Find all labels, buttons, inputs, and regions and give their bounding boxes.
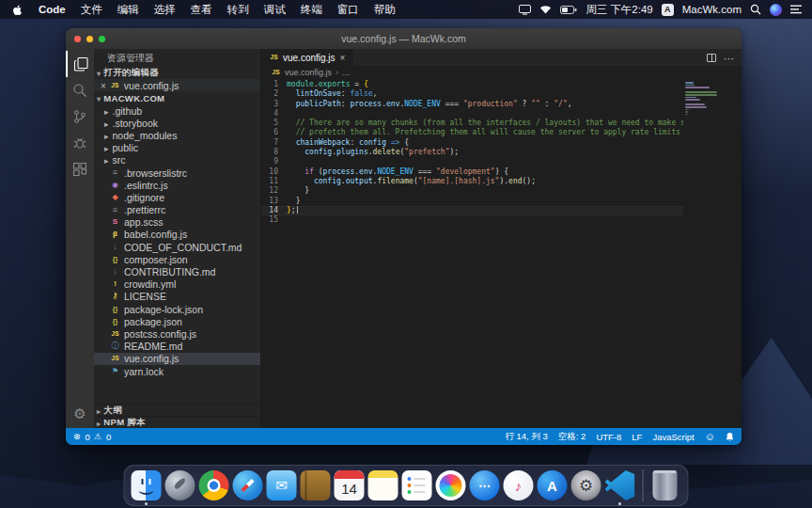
- root-folder-header[interactable]: MACWK.COM: [94, 91, 260, 104]
- dock-notes[interactable]: [368, 470, 398, 500]
- file-item-public[interactable]: public: [94, 142, 260, 154]
- breadcrumb[interactable]: vue.config.js …: [261, 66, 742, 78]
- dock-trash[interactable]: [651, 470, 681, 500]
- debug-icon[interactable]: [66, 130, 94, 156]
- notifications-bell-icon[interactable]: [726, 432, 734, 442]
- code-line[interactable]: 14};: [261, 206, 742, 215]
- menu-item[interactable]: 转到: [227, 4, 249, 15]
- status-item[interactable]: 空格: 2: [558, 431, 586, 443]
- explorer-icon[interactable]: [66, 51, 94, 77]
- dock-reminders[interactable]: [402, 470, 432, 500]
- open-editors-header[interactable]: 打开的编辑器: [94, 66, 260, 79]
- dock-itunes[interactable]: [504, 470, 534, 500]
- file-item-LICENSE[interactable]: LICENSE: [94, 291, 260, 303]
- apple-logo-icon[interactable]: [11, 4, 23, 16]
- file-item-node_modules[interactable]: node_modules: [94, 129, 260, 141]
- minimap[interactable]: [683, 78, 742, 428]
- dock-launchpad[interactable]: [165, 470, 195, 500]
- tab-vue-config[interactable]: vue.config.js: [261, 49, 353, 66]
- input-method-icon[interactable]: A: [662, 4, 674, 16]
- dock-mail[interactable]: [267, 470, 297, 500]
- menu-item[interactable]: 窗口: [337, 4, 359, 15]
- code-line[interactable]: 2 lintOnSave: false,: [261, 89, 742, 99]
- dock-chrome[interactable]: [199, 470, 229, 500]
- open-editor-item[interactable]: vue.config.js: [94, 79, 260, 91]
- code-line[interactable]: 5 // There are so many chunks (from all …: [261, 119, 742, 128]
- dock-calendar[interactable]: 14: [335, 470, 365, 500]
- menu-clock[interactable]: 周三 下午2:49: [586, 3, 653, 17]
- split-editor-icon[interactable]: [707, 54, 716, 62]
- errors-icon[interactable]: ⊗: [73, 432, 81, 441]
- code-line[interactable]: 7 chainWebpack: config => {: [261, 138, 742, 148]
- menu-item[interactable]: 查看: [191, 4, 212, 15]
- status-item[interactable]: UTF-8: [596, 432, 621, 442]
- file-item-babel.config.js[interactable]: babel.config.js: [94, 229, 260, 241]
- dock-messages[interactable]: [470, 470, 500, 500]
- menu-item[interactable]: 终端: [301, 4, 322, 15]
- file-item-.eslintrc.js[interactable]: .eslintrc.js: [94, 179, 260, 191]
- file-item-composer.json[interactable]: composer.json: [94, 253, 260, 265]
- dock-vscode[interactable]: [605, 470, 635, 500]
- search-icon[interactable]: [66, 77, 94, 103]
- dock-finder[interactable]: [132, 470, 162, 500]
- file-item-package.json[interactable]: package.json: [94, 315, 260, 327]
- file-item-CONTRIBUTING.md[interactable]: CONTRIBUTING.md: [94, 265, 260, 278]
- file-item-.storybook[interactable]: .storybook: [94, 117, 260, 129]
- code-line[interactable]: 4: [261, 109, 742, 119]
- file-item-crowdin.yml[interactable]: crowdin.yml: [94, 278, 260, 291]
- file-item-.browserslistrc[interactable]: .browserslistrc: [94, 167, 260, 179]
- settings-gear-icon[interactable]: ⚙: [73, 406, 86, 421]
- code-line[interactable]: 3 publicPath: process.env.NODE_ENV === "…: [261, 100, 742, 109]
- more-actions-icon[interactable]: [724, 49, 734, 66]
- status-item[interactable]: JavaScript: [652, 432, 694, 442]
- file-item-src[interactable]: src: [94, 154, 260, 167]
- code-line[interactable]: 1module.exports = {: [261, 80, 742, 89]
- file-item-vue.config.js[interactable]: vue.config.js: [94, 353, 260, 365]
- file-item-yarn.lock[interactable]: yarn.lock: [94, 365, 260, 377]
- warnings-count[interactable]: 0: [106, 432, 111, 442]
- close-icon[interactable]: [101, 80, 106, 91]
- warnings-icon[interactable]: ⚠: [94, 432, 102, 441]
- sidebar-section-大纲[interactable]: 大纲: [94, 404, 260, 416]
- feedback-smiley-icon[interactable]: ☺: [705, 431, 715, 442]
- source-control-icon[interactable]: [66, 103, 94, 130]
- menu-app-name[interactable]: Code: [39, 4, 66, 15]
- title-bar[interactable]: vue.config.js — MacWk.com: [66, 28, 742, 49]
- menu-item[interactable]: 帮助: [374, 4, 396, 15]
- code-line[interactable]: 9: [261, 157, 742, 167]
- sidebar-section-NPM 脚本[interactable]: NPM 脚本: [94, 416, 260, 428]
- status-item[interactable]: LF: [632, 432, 642, 442]
- wifi-icon[interactable]: [539, 5, 552, 14]
- menu-item[interactable]: 编辑: [117, 4, 139, 15]
- display-icon[interactable]: [519, 5, 531, 15]
- notification-center-icon[interactable]: [790, 5, 803, 14]
- menu-status-text[interactable]: MacWk.com: [682, 4, 742, 15]
- code-line[interactable]: 6 // prefetch them all. Prefetching them…: [261, 128, 742, 137]
- code-line[interactable]: 10 if (process.env.NODE_ENV === "develop…: [261, 167, 742, 177]
- code-line[interactable]: 13 }: [261, 197, 742, 206]
- battery-icon[interactable]: [560, 6, 577, 14]
- file-item-.prettierrc[interactable]: .prettierrc: [94, 204, 260, 216]
- file-item-postcss.config.js[interactable]: postcss.config.js: [94, 327, 260, 340]
- code-editor[interactable]: 1module.exports = {2 lintOnSave: false,3…: [261, 78, 742, 428]
- file-item-CODE_OF_CONDUCT.md[interactable]: CODE_OF_CONDUCT.md: [94, 241, 260, 253]
- close-tab-icon[interactable]: [340, 53, 346, 63]
- file-item-.gitignore[interactable]: .gitignore: [94, 191, 260, 203]
- status-item[interactable]: 行 14, 列 3: [505, 431, 547, 443]
- dock-photos[interactable]: [436, 470, 466, 500]
- dock-settings[interactable]: [571, 470, 601, 500]
- dock-appstore[interactable]: [538, 470, 568, 500]
- extensions-icon[interactable]: [66, 156, 94, 183]
- file-item-app.scss[interactable]: app.scss: [94, 216, 260, 229]
- code-line[interactable]: 15: [261, 215, 742, 225]
- errors-count[interactable]: 0: [86, 432, 90, 442]
- dock-contacts[interactable]: [301, 470, 331, 500]
- menu-item[interactable]: 调试: [264, 4, 286, 15]
- siri-icon[interactable]: [770, 4, 782, 16]
- spotlight-search-icon[interactable]: [750, 4, 761, 15]
- file-item-package-lock.json[interactable]: package-lock.json: [94, 303, 260, 315]
- code-line[interactable]: 8 config.plugins.delete("prefetch");: [261, 148, 742, 157]
- file-item-README.md[interactable]: README.md: [94, 341, 260, 353]
- code-line[interactable]: 11 config.output.filename("[name].[hash]…: [261, 177, 742, 186]
- menu-item[interactable]: 文件: [81, 4, 102, 15]
